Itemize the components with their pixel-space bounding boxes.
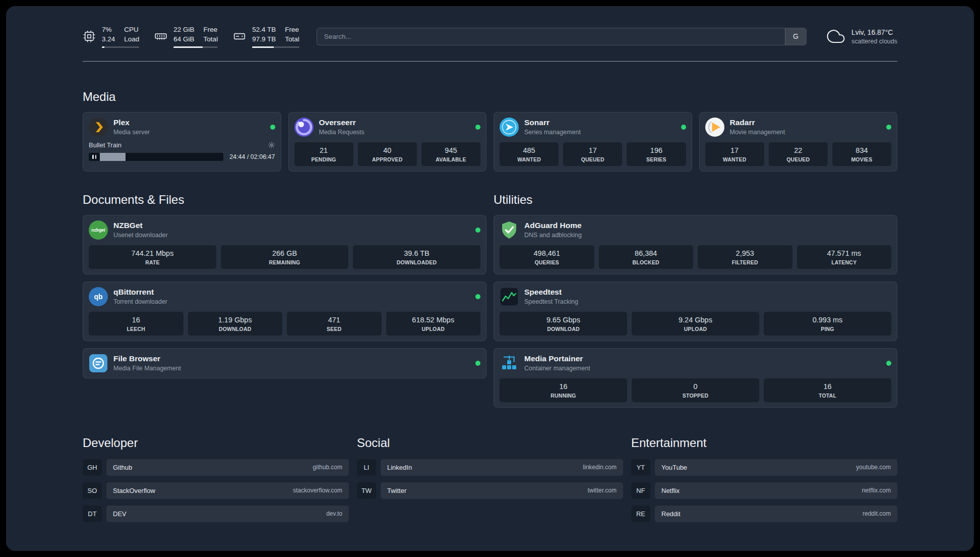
- service-desc: Media File Management: [113, 365, 181, 372]
- resource-widget-disk: 52.4 TB 97.9 TB Free Total: [233, 25, 299, 48]
- adguard-icon: [500, 220, 519, 240]
- disk-labels: Free Total: [285, 25, 299, 44]
- service-card-portainer[interactable]: Media Portainer Container management 16 …: [494, 348, 897, 408]
- disk-progress-bar: [252, 46, 299, 48]
- service-desc: DNS and adblocking: [524, 232, 582, 239]
- service-name: Media Portainer: [524, 354, 590, 363]
- service-card-filebrowser[interactable]: File Browser Media File Management: [83, 348, 486, 378]
- stat-blocked: 86,384 BLOCKED: [599, 245, 694, 269]
- disk-values: 52.4 TB 97.9 TB: [252, 25, 276, 44]
- stat-wanted: 485 WANTED: [500, 142, 559, 166]
- pause-icon[interactable]: [89, 155, 100, 159]
- bookmark-stackoverflow[interactable]: SO StackOverflow stackoverflow.com: [83, 482, 349, 499]
- stat-filtered: 2,953 FILTERED: [698, 245, 792, 269]
- memory-icon: [154, 30, 167, 43]
- service-card-speedtest[interactable]: Speedtest Speedtest Tracking 9.65 Gbps D…: [494, 282, 897, 341]
- bookmark-abbr: NF: [631, 482, 650, 499]
- cpu-icon: [83, 30, 96, 43]
- stat-leech: 16 LEECH: [89, 312, 183, 336]
- bookmark-abbr: LI: [357, 459, 376, 476]
- service-card-plex[interactable]: Plex Media server Bullet Train: [83, 112, 281, 172]
- status-dot: [475, 125, 480, 130]
- bookmark-name: Reddit: [661, 510, 681, 518]
- resource-widgets: 7% 3.24 CPU Load: [83, 25, 299, 48]
- section-title-utilities: Utilities: [494, 193, 897, 207]
- stat-seed: 471 SEED: [287, 312, 382, 336]
- disk-stats: 52.4 TB 97.9 TB Free Total: [252, 25, 299, 48]
- bookmark-domain: stackoverflow.com: [293, 487, 342, 494]
- bookmark-abbr: DT: [83, 506, 102, 522]
- service-card-radarr[interactable]: Radarr Movie management 17 WANTED 22 QUE…: [699, 112, 898, 172]
- cpu-label: CPU: [124, 25, 139, 35]
- stat-download: 9.65 Gbps DOWNLOAD: [500, 312, 627, 336]
- search-input[interactable]: [317, 28, 807, 45]
- bookmark-youtube[interactable]: YT YouTube youtube.com: [631, 459, 897, 476]
- bookmark-dev[interactable]: DT DEV dev.to: [83, 506, 349, 522]
- status-dot: [475, 294, 480, 299]
- bookmark-domain: reddit.com: [863, 510, 891, 517]
- bookmark-domain: netflix.com: [862, 487, 891, 494]
- bookmark-name: Github: [113, 464, 132, 471]
- stat-download: 1.19 Gbps DOWNLOAD: [188, 312, 283, 336]
- bookmark-abbr: YT: [631, 459, 650, 476]
- disk-free: 52.4 TB: [252, 25, 276, 35]
- bookmark-reddit[interactable]: RE Reddit reddit.com: [631, 506, 897, 522]
- qbittorrent-icon: qb: [89, 287, 108, 306]
- section-title-developer: Developer: [83, 436, 349, 450]
- svg-text:nzbget: nzbget: [91, 228, 105, 233]
- service-card-adguard[interactable]: AdGuard Home DNS and adblocking 498,461 …: [494, 215, 897, 274]
- search-bar: G: [317, 28, 807, 45]
- section-title-documents: Documents & Files: [83, 193, 486, 207]
- bookmark-github[interactable]: GH Github github.com: [83, 459, 349, 476]
- stat-pending: 21 PENDING: [294, 142, 353, 166]
- service-card-nzbget[interactable]: nzbget NZBGet Usenet downloader 744.21 M…: [83, 215, 486, 274]
- stat-rate: 744.21 Mbps RATE: [89, 245, 216, 269]
- cpu-stats: 7% 3.24 CPU Load: [102, 25, 139, 48]
- bookmark-netflix[interactable]: NF Netflix netflix.com: [631, 482, 897, 499]
- section-utilities: Utilities AdGuard Home DNS and adblockin…: [494, 172, 897, 408]
- service-name: NZBGet: [113, 221, 168, 230]
- stat-running: 16 RUNNING: [500, 378, 627, 402]
- service-card-qbittorrent[interactable]: qb qBittorrent Torrent downloader 16 LEE…: [83, 282, 486, 341]
- dashboard-page: 7% 3.24 CPU Load: [6, 6, 974, 551]
- status-dot: [475, 361, 480, 366]
- weather-widget[interactable]: Lviv, 16.87°C scattered clouds: [827, 27, 897, 45]
- memory-values: 22 GiB 64 GiB: [173, 25, 194, 44]
- stat-queries: 498,461 QUERIES: [500, 245, 594, 269]
- filebrowser-icon: [89, 354, 108, 373]
- bookmark-name: StackOverflow: [113, 487, 155, 494]
- bookmark-domain: youtube.com: [856, 464, 891, 471]
- now-playing-title: Bullet Train: [89, 141, 121, 149]
- section-title-media: Media: [83, 90, 897, 104]
- section-title-entertainment: Entertainment: [631, 436, 897, 450]
- service-name: Sonarr: [524, 118, 581, 127]
- cloud-icon: [827, 27, 845, 45]
- stat-remaining: 266 GB REMAINING: [221, 245, 348, 269]
- overseerr-icon: [294, 118, 314, 137]
- gear-icon[interactable]: [268, 141, 275, 149]
- search-engine-button[interactable]: G: [785, 28, 806, 45]
- service-desc: Media server: [113, 129, 150, 136]
- playback-progress-bar[interactable]: [89, 153, 223, 161]
- plex-icon: [89, 118, 108, 137]
- stat-downloaded: 39.6 TB DOWNLOADED: [353, 245, 480, 269]
- nzbget-icon: nzbget: [89, 220, 108, 240]
- total-label: Total: [204, 35, 218, 44]
- stat-available: 945 AVAILABLE: [421, 142, 480, 166]
- bookmark-abbr: TW: [357, 482, 376, 499]
- service-card-overseerr[interactable]: Overseerr Media Requests 21 PENDING 40 A…: [288, 112, 487, 172]
- bookmark-linkedin[interactable]: LI LinkedIn linkedin.com: [357, 459, 623, 476]
- service-desc: Media Requests: [319, 129, 364, 136]
- status-dot: [886, 361, 891, 366]
- service-card-sonarr[interactable]: Sonarr Series management 485 WANTED 17 Q…: [494, 112, 692, 172]
- service-desc: Torrent downloader: [113, 298, 167, 305]
- cpu-load-avg: 3.24: [102, 35, 115, 44]
- free-label: Free: [204, 25, 218, 35]
- bookmark-twitter[interactable]: TW Twitter twitter.com: [357, 482, 623, 499]
- stat-series: 196 SERIES: [627, 142, 686, 166]
- status-dot: [886, 125, 891, 130]
- service-desc: Movie management: [730, 129, 785, 136]
- bookmark-name: Twitter: [387, 487, 406, 494]
- playback-time: 24:44 / 02:06:47: [229, 153, 275, 160]
- service-name: AdGuard Home: [524, 221, 582, 230]
